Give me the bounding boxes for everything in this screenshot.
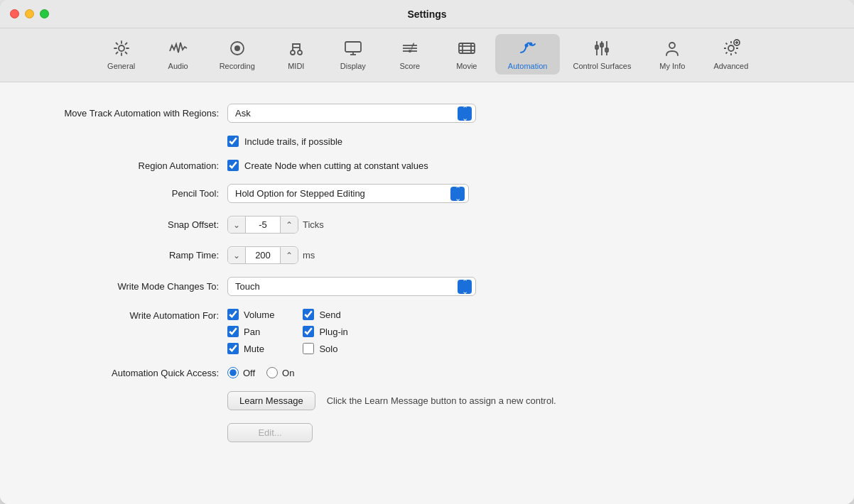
pan-item: Pan — [227, 326, 274, 337]
midi-icon — [286, 38, 306, 58]
pencil-tool-label: Pencil Tool: — [28, 188, 227, 199]
include-trails-label: Include trails, if possible — [244, 136, 342, 147]
tab-score[interactable]: Score — [382, 34, 438, 75]
write-mode-select-wrapper: Touch Latch Touch/Latch Write Latch Prim… — [227, 277, 476, 296]
move-track-select[interactable]: Ask Yes No — [227, 104, 476, 123]
traffic-lights — [10, 9, 49, 18]
svg-rect-6 — [345, 42, 361, 52]
svg-point-0 — [119, 45, 124, 51]
tab-recording[interactable]: Recording — [207, 34, 268, 75]
pencil-tool-select-wrapper: Hold Option for Stepped Editing Always S… — [227, 184, 469, 203]
tab-my-info[interactable]: My Info — [644, 34, 701, 75]
tab-audio[interactable]: Audio — [150, 34, 207, 75]
write-mode-row: Write Mode Changes To: Touch Latch Touch… — [28, 277, 826, 296]
tab-midi[interactable]: MIDI — [268, 34, 325, 75]
create-node-checkbox[interactable] — [227, 160, 239, 171]
move-track-label: Move Track Automation with Regions: — [28, 108, 227, 119]
off-label: Off — [243, 368, 255, 378]
pan-checkbox[interactable] — [227, 326, 239, 337]
include-trails-checkbox[interactable] — [227, 136, 239, 147]
display-icon — [343, 38, 363, 58]
tab-advanced-label: Advanced — [713, 62, 748, 70]
minimize-button[interactable] — [25, 9, 34, 18]
volume-checkbox[interactable] — [227, 309, 239, 320]
tab-display-label: Display — [340, 62, 366, 70]
audio-icon — [168, 38, 188, 58]
snap-offset-stepper: ⌄ -5 ⌃ — [227, 216, 298, 234]
tab-automation-label: Automation — [508, 62, 548, 70]
settings-content: Move Track Automation with Regions: Ask … — [0, 82, 854, 504]
my-info-icon — [662, 38, 682, 58]
ramp-time-decrease[interactable]: ⌄ — [228, 248, 245, 263]
edit-button[interactable]: Edit... — [227, 423, 313, 442]
window-title: Settings — [407, 9, 446, 20]
advanced-icon — [721, 38, 741, 58]
svg-point-26 — [669, 43, 675, 48]
quick-access-control: Off On — [227, 367, 294, 378]
quick-access-row: Automation Quick Access: Off On — [28, 367, 826, 378]
learn-message-button[interactable]: Learn Message — [227, 391, 315, 410]
create-node-label: Create Node when cutting at constant val… — [244, 160, 428, 171]
tab-general[interactable]: General — [93, 34, 150, 75]
mute-checkbox[interactable] — [227, 343, 239, 354]
move-track-row: Move Track Automation with Regions: Ask … — [28, 104, 826, 123]
tab-score-label: Score — [399, 62, 420, 70]
svg-rect-13 — [459, 43, 475, 53]
movie-icon — [457, 38, 477, 58]
volume-item: Volume — [227, 309, 274, 320]
snap-offset-row: Snap Offset: ⌄ -5 ⌃ Ticks — [28, 216, 826, 234]
plugin-item: Plug-in — [303, 326, 347, 337]
write-automation-grid: Volume Send Pan Plug-in — [227, 309, 348, 354]
plugin-checkbox[interactable] — [303, 326, 314, 337]
mute-item: Mute — [227, 343, 274, 354]
send-label: Send — [319, 309, 340, 320]
off-radio[interactable] — [227, 367, 239, 378]
off-radio-item: Off — [227, 367, 255, 378]
tab-movie-label: Movie — [456, 62, 477, 70]
settings-window: Settings General Audio Recording — [0, 0, 854, 504]
control-surfaces-icon — [592, 38, 612, 58]
snap-offset-increase[interactable]: ⌃ — [281, 217, 298, 233]
learn-message-help: Click the Learn Message button to assign… — [327, 395, 556, 406]
move-track-control: Ask Yes No ⌃⌄ — [227, 104, 476, 123]
snap-offset-control: ⌄ -5 ⌃ Ticks — [227, 216, 324, 234]
write-automation-control: Volume Send Pan Plug-in — [227, 309, 348, 354]
tab-my-info-label: My Info — [659, 62, 685, 70]
tab-display[interactable]: Display — [325, 34, 382, 75]
solo-checkbox[interactable] — [303, 343, 314, 354]
svg-point-2 — [234, 45, 240, 51]
tab-midi-label: MIDI — [288, 62, 304, 70]
tab-movie[interactable]: Movie — [438, 34, 495, 75]
write-mode-select[interactable]: Touch Latch Touch/Latch Write Latch Prim… — [227, 277, 476, 296]
tab-automation[interactable]: Automation — [495, 34, 561, 75]
gear-icon — [112, 38, 131, 58]
ramp-time-increase[interactable]: ⌃ — [281, 248, 298, 263]
svg-point-12 — [409, 50, 411, 53]
learn-message-control: Learn Message Click the Learn Message bu… — [227, 391, 556, 410]
ramp-time-stepper: ⌄ 200 ⌃ — [227, 246, 298, 264]
plugin-label: Plug-in — [319, 327, 347, 337]
snap-offset-decrease[interactable]: ⌄ — [228, 217, 245, 233]
tab-general-label: General — [107, 62, 135, 70]
region-automation-row: Region Automation: Create Node when cutt… — [28, 160, 826, 171]
solo-label: Solo — [319, 344, 337, 354]
send-checkbox[interactable] — [303, 309, 314, 320]
ramp-time-control: ⌄ 200 ⌃ ms — [227, 246, 315, 264]
close-button[interactable] — [10, 9, 19, 18]
mute-label: Mute — [244, 344, 264, 354]
move-track-select-wrapper: Ask Yes No ⌃⌄ — [227, 104, 476, 123]
tab-control-surfaces[interactable]: Control Surfaces — [560, 34, 644, 75]
edit-row: Edit... — [28, 423, 826, 442]
region-automation-control: Create Node when cutting at constant val… — [227, 160, 428, 171]
tab-recording-label: Recording — [220, 62, 255, 70]
on-radio[interactable] — [266, 367, 278, 378]
svg-point-19 — [529, 43, 532, 46]
pan-label: Pan — [244, 327, 260, 337]
maximize-button[interactable] — [40, 9, 49, 18]
tab-advanced[interactable]: Advanced — [701, 34, 761, 75]
svg-point-3 — [291, 50, 295, 55]
write-mode-control: Touch Latch Touch/Latch Write Latch Prim… — [227, 277, 476, 296]
titlebar: Settings — [0, 0, 854, 28]
quick-access-label: Automation Quick Access: — [28, 368, 227, 378]
pencil-tool-select[interactable]: Hold Option for Stepped Editing Always S… — [227, 184, 469, 203]
